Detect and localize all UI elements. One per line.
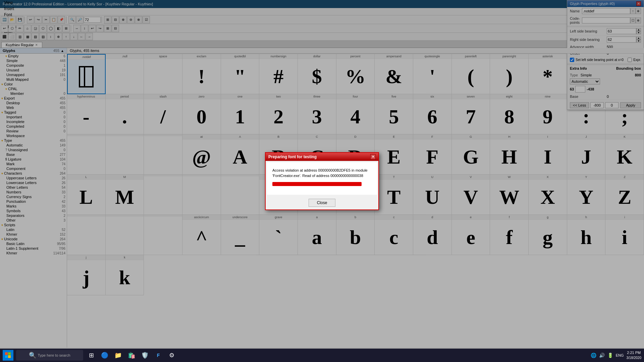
modal-close-icon[interactable]: ✕ bbox=[370, 154, 376, 160]
modal-dialog: Preparing font for testing ✕ Access viol… bbox=[265, 152, 379, 210]
store-btn[interactable]: 🛍️ bbox=[126, 350, 137, 361]
modal-progress-bar bbox=[272, 182, 362, 186]
svg-rect-5 bbox=[8, 355, 11, 358]
modal-title-bar: Preparing font for testing ✕ bbox=[266, 153, 378, 161]
modal-footer: Close bbox=[266, 196, 378, 209]
edge-btn[interactable]: 🔵 bbox=[99, 350, 110, 361]
modal-overlay: Preparing font for testing ✕ Access viol… bbox=[0, 0, 644, 362]
taskbar-right: 🌐 🔊 🔋 ENG 2:21 PM 3/18/2020 bbox=[591, 350, 641, 360]
explorer-btn[interactable]: 📁 bbox=[113, 350, 123, 361]
taskview-btn[interactable]: ⊞ bbox=[86, 350, 97, 361]
modal-title: Preparing font for testing bbox=[268, 155, 317, 159]
time-display: 2:21 PM bbox=[627, 350, 642, 355]
sys-battery[interactable]: 🔋 bbox=[607, 353, 613, 358]
svg-rect-2 bbox=[5, 352, 8, 355]
search-icon: 🔍 bbox=[29, 352, 36, 359]
sys-sound[interactable]: 🔊 bbox=[599, 353, 605, 358]
modal-message: Access violation at address 000000000B2D… bbox=[272, 168, 372, 179]
search-text: Type here to search bbox=[38, 353, 70, 357]
windows-icon bbox=[5, 352, 11, 358]
svg-rect-4 bbox=[5, 355, 8, 358]
sys-language: ENG bbox=[616, 353, 624, 357]
clock[interactable]: 2:21 PM 3/18/2020 bbox=[627, 350, 642, 360]
fontcreator-btn[interactable]: F bbox=[153, 350, 164, 361]
search-btn[interactable]: 🔍 Type here to search bbox=[16, 350, 83, 361]
start-button[interactable] bbox=[3, 350, 13, 361]
modal-body: Access violation at address 000000000B2D… bbox=[267, 162, 377, 195]
extra-btn[interactable]: ⚙ bbox=[166, 350, 177, 361]
taskbar: 🔍 Type here to search ⊞ 🔵 📁 🛍️ 🛡️ F ⚙ 🌐 … bbox=[0, 349, 644, 362]
sys-network[interactable]: 🌐 bbox=[591, 353, 596, 358]
svg-rect-3 bbox=[8, 352, 11, 355]
modal-close-btn[interactable]: Close bbox=[309, 199, 336, 207]
date-display: 3/18/2020 bbox=[627, 356, 642, 360]
security-btn[interactable]: 🛡️ bbox=[140, 350, 150, 361]
